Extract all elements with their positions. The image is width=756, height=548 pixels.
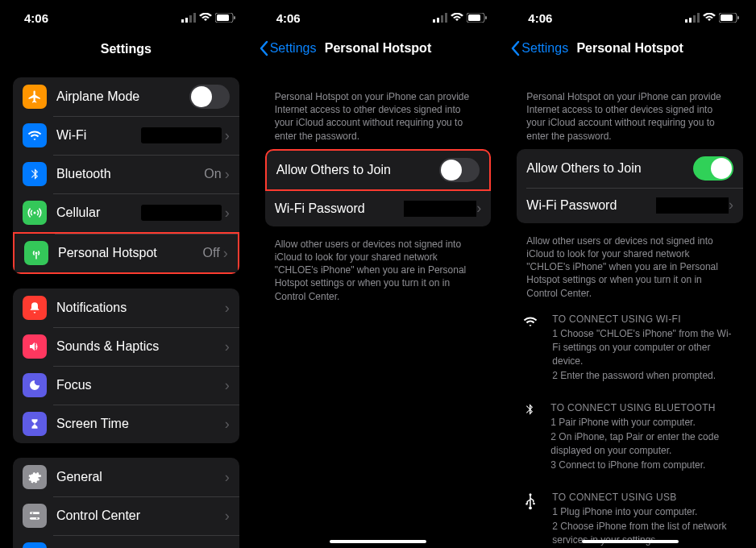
- row-label: Airplane Mode: [56, 89, 189, 104]
- page-title: Personal Hotspot: [576, 41, 683, 56]
- description-top: Personal Hotspot on your iPhone can prov…: [252, 85, 505, 146]
- instruction-step: 2 Enter the password when prompted.: [552, 369, 737, 383]
- status-icons: [433, 13, 488, 23]
- svg-rect-35: [693, 15, 696, 23]
- settings-row-screen-time[interactable]: Screen Time›: [13, 405, 239, 443]
- hotspot-icon: [24, 241, 48, 265]
- battery-icon: [719, 13, 740, 23]
- status-time: 4:06: [528, 11, 552, 25]
- row-label: Screen Time: [56, 417, 225, 431]
- svg-rect-38: [721, 15, 733, 21]
- instruction-block: TO CONNECT USING WI-FI1 Choose "CHLOE's …: [504, 303, 756, 392]
- settings-row-notifications[interactable]: Notifications›: [13, 289, 239, 327]
- settings-row-display-brightness[interactable]: AADisplay & Brightness›: [13, 535, 239, 548]
- home-indicator[interactable]: [582, 540, 679, 543]
- chevron-right-icon: ›: [225, 377, 230, 394]
- instruction-title: TO CONNECT USING WI-FI: [552, 313, 737, 326]
- svg-point-11: [31, 513, 33, 514]
- instruction-block: TO CONNECT USING USB1 Plug iPhone into y…: [504, 481, 756, 548]
- battery-icon: [215, 13, 236, 23]
- svg-rect-5: [217, 15, 229, 21]
- row-label: General: [56, 470, 225, 484]
- allow-others-toggle[interactable]: [693, 156, 733, 181]
- svg-rect-27: [437, 18, 439, 23]
- chevron-right-icon: ›: [223, 245, 228, 262]
- svg-rect-9: [30, 512, 39, 514]
- svg-rect-1: [185, 18, 188, 23]
- back-button[interactable]: Settings: [259, 40, 317, 56]
- wifi-password-value-redacted: [404, 201, 476, 217]
- switches-icon: [23, 504, 47, 528]
- instruction-title: TO CONNECT USING USB: [552, 491, 737, 504]
- instruction-block: TO CONNECT USING BLUETOOTH1 Pair iPhone …: [504, 392, 756, 481]
- row-label: Focus: [56, 378, 225, 392]
- settings-row-airplane-mode[interactable]: Airplane Mode: [13, 77, 239, 116]
- usb-icon: [523, 491, 538, 548]
- settings-row-personal-hotspot[interactable]: Personal HotspotOff›: [13, 232, 239, 274]
- wifi-password-label: Wi-Fi Password: [275, 201, 405, 216]
- wifi-password-row[interactable]: Wi-Fi Password ›: [517, 188, 743, 223]
- svg-rect-6: [234, 16, 235, 19]
- row-label: Bluetooth: [56, 167, 204, 181]
- allow-others-row[interactable]: Allow Others to Join: [517, 149, 743, 188]
- settings-row-cellular[interactable]: Cellular›: [13, 193, 239, 232]
- chevron-right-icon: ›: [225, 416, 230, 433]
- row-label: Sounds & Haptics: [56, 339, 225, 354]
- wifi-icon: [23, 123, 47, 147]
- svg-rect-10: [30, 517, 39, 520]
- hourglass-icon: [23, 412, 47, 436]
- settings-row-bluetooth[interactable]: BluetoothOn›: [13, 155, 239, 193]
- redacted-value: [141, 127, 222, 143]
- svg-rect-28: [441, 15, 443, 23]
- hotspot-settings-group: Allow Others to Join Wi-Fi Password ›: [517, 149, 743, 223]
- svg-rect-33: [685, 19, 687, 23]
- status-bar: 4:06: [504, 0, 756, 35]
- chevron-left-icon: [259, 40, 268, 56]
- hotspot-screen-off: 4:06 Settings Personal Hotspot Personal …: [252, 0, 505, 548]
- instruction-step: 1 Choose "CHLOE's iPhone" from the Wi-Fi…: [552, 327, 737, 367]
- toggle[interactable]: [189, 85, 230, 109]
- allow-others-row[interactable]: Allow Others to Join: [267, 151, 490, 189]
- settings-row-focus[interactable]: Focus›: [13, 366, 239, 405]
- hotspot-screen-on: 4:06 Settings Personal Hotspot Personal …: [504, 0, 756, 548]
- wifi-icon: [451, 13, 463, 23]
- home-indicator[interactable]: [330, 540, 426, 543]
- bluetooth-icon: [523, 401, 536, 473]
- svg-rect-31: [468, 15, 480, 21]
- chevron-right-icon: ›: [476, 200, 481, 217]
- svg-rect-26: [433, 19, 435, 23]
- instruction-step: 3 Connect to iPhone from computer.: [550, 459, 737, 472]
- allow-others-label: Allow Others to Join: [276, 163, 440, 177]
- settings-row-general[interactable]: General›: [13, 458, 239, 496]
- wifi-icon: [523, 313, 538, 384]
- svg-rect-36: [697, 13, 700, 23]
- settings-group: Airplane ModeWi-Fi›BluetoothOn›Cellular›…: [13, 77, 239, 274]
- wifi-password-row[interactable]: Wi-Fi Password ›: [265, 191, 492, 226]
- signal-icon: [685, 13, 700, 23]
- settings-row-sounds-haptics[interactable]: Sounds & Haptics›: [13, 327, 239, 366]
- moon-icon: [23, 373, 47, 397]
- nav-bar: Settings Personal Hotspot: [504, 35, 756, 61]
- description-bottom: Allow other users or devices not signed …: [252, 233, 505, 306]
- description-top: Personal Hotspot on your iPhone can prov…: [504, 85, 756, 146]
- battery-icon: [467, 13, 488, 23]
- allow-others-toggle[interactable]: [439, 158, 480, 182]
- settings-row-control-center[interactable]: Control Center›: [13, 496, 239, 535]
- svg-rect-3: [193, 13, 196, 23]
- back-label: Settings: [270, 41, 317, 56]
- settings-row-wi-fi[interactable]: Wi-Fi›: [13, 116, 239, 155]
- settings-group: General›Control Center›AADisplay & Brigh…: [13, 458, 239, 548]
- svg-rect-32: [485, 16, 487, 19]
- svg-rect-29: [445, 13, 447, 23]
- chevron-right-icon: ›: [225, 300, 230, 317]
- svg-rect-34: [689, 18, 692, 23]
- redacted-value: [141, 205, 222, 221]
- bluetooth-icon: [23, 162, 47, 186]
- svg-point-7: [34, 212, 36, 214]
- row-label: Wi-Fi: [56, 128, 141, 143]
- signal-icon: [433, 13, 447, 23]
- status-bar: 4:06: [0, 0, 252, 35]
- chevron-right-icon: ›: [225, 508, 230, 525]
- status-time: 4:06: [24, 11, 48, 25]
- back-button[interactable]: Settings: [510, 40, 568, 56]
